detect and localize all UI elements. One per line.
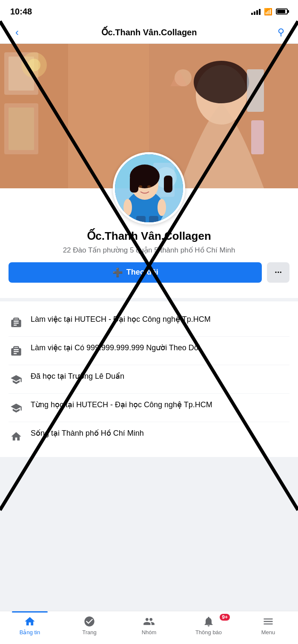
list-item: Đã học tại Trường Lê Duẩn	[9, 365, 289, 394]
list-item: Từng học tại HUTECH - Đại học Công nghệ …	[9, 394, 289, 422]
nav-item-menu[interactable]: Menu	[238, 616, 298, 635]
group-nav-icon	[143, 616, 155, 627]
home-nav-icon	[24, 616, 36, 627]
header: ‹ Ốc.Thanh Vân.Collagen ⚲	[0, 21, 298, 44]
bottom-nav: Bảng tin Trang Nhóm 9+ Thông báo Menu	[0, 611, 298, 644]
briefcase-icon-2	[9, 343, 24, 359]
study-text-1: Đã học tại Trường Lê Duẩn	[31, 371, 289, 382]
info-section: Làm việc tại HUTECH - Đại học Công nghệ …	[0, 301, 298, 457]
more-icon: ···	[275, 267, 282, 277]
back-button[interactable]: ‹	[9, 26, 26, 38]
nav-label-page: Trang	[82, 629, 96, 635]
nav-item-notification[interactable]: 9+ Thông báo	[179, 616, 238, 635]
svg-point-7	[28, 59, 40, 71]
bell-nav-icon	[203, 616, 215, 627]
svg-point-27	[123, 199, 132, 216]
bottom-spacer	[0, 457, 298, 499]
svg-rect-22	[164, 176, 172, 193]
study-text-2: Từng học tại HUTECH - Đại học Công nghệ …	[31, 400, 289, 410]
home-icon	[9, 429, 24, 444]
status-time: 10:48	[10, 7, 32, 17]
svg-rect-26	[149, 216, 158, 224]
action-buttons: ➕ Theo dõi ···	[0, 255, 298, 289]
more-button[interactable]: ···	[267, 262, 289, 283]
follow-label: Theo dõi	[126, 268, 158, 277]
svg-rect-11	[247, 69, 264, 112]
profile-address: 22 Đào Tấn phường 5 quận 5 thành phố Hồ …	[46, 245, 252, 255]
profile-section: Ốc.Thanh Vân.Collagen 22 Đào Tấn phường …	[0, 188, 298, 298]
svg-point-28	[158, 199, 166, 216]
search-button[interactable]: ⚲	[272, 27, 289, 38]
nav-label-group: Nhóm	[142, 629, 157, 635]
avatar-image	[115, 154, 185, 224]
briefcase-icon	[9, 315, 24, 330]
graduation-icon-1	[9, 372, 24, 387]
nav-label-menu: Menu	[261, 629, 275, 635]
section-divider	[0, 298, 298, 301]
svg-rect-25	[136, 216, 146, 224]
work-text-2: Làm việc tại Có 999.999.999.999 Người Th…	[31, 343, 289, 353]
follow-button[interactable]: ➕ Theo dõi	[9, 262, 262, 283]
nav-label-notification: Thông báo	[195, 629, 222, 635]
list-item: Sống tại Thành phố Hồ Chí Minh	[9, 422, 289, 450]
wifi-icon: 📶	[264, 8, 272, 16]
follow-icon: ➕	[112, 267, 123, 278]
profile-name: Ốc.Thanh Vân.Collagen	[78, 230, 220, 243]
page-nav-icon	[83, 616, 95, 627]
svg-point-23	[139, 185, 142, 188]
avatar	[113, 152, 185, 224]
svg-rect-5	[9, 108, 34, 150]
list-item: Làm việc tại Có 999.999.999.999 Người Th…	[9, 337, 289, 365]
svg-rect-21	[130, 176, 138, 193]
active-indicator	[12, 611, 48, 613]
notification-badge: 9+	[220, 614, 230, 621]
list-item: Làm việc tại HUTECH - Đại học Công nghệ …	[9, 308, 289, 337]
nav-item-page[interactable]: Trang	[60, 616, 119, 635]
status-bar: 10:48 📶	[0, 0, 298, 21]
svg-point-24	[147, 185, 151, 188]
svg-point-10	[194, 61, 249, 103]
status-icons: 📶	[251, 8, 288, 16]
menu-nav-icon	[262, 616, 274, 627]
work-text-1: Làm việc tại HUTECH - Đại học Công nghệ …	[31, 314, 289, 325]
svg-rect-12	[251, 120, 264, 154]
signal-icon	[251, 8, 261, 15]
battery-icon	[276, 9, 288, 14]
page-title: Ốc.Thanh Vân.Collagen	[26, 27, 272, 37]
nav-item-group[interactable]: Nhóm	[119, 616, 179, 635]
location-text: Sống tại Thành phố Hồ Chí Minh	[31, 428, 289, 439]
graduation-icon-2	[9, 400, 24, 416]
nav-label-news: Bảng tin	[20, 629, 40, 635]
nav-item-news[interactable]: Bảng tin	[0, 616, 60, 635]
